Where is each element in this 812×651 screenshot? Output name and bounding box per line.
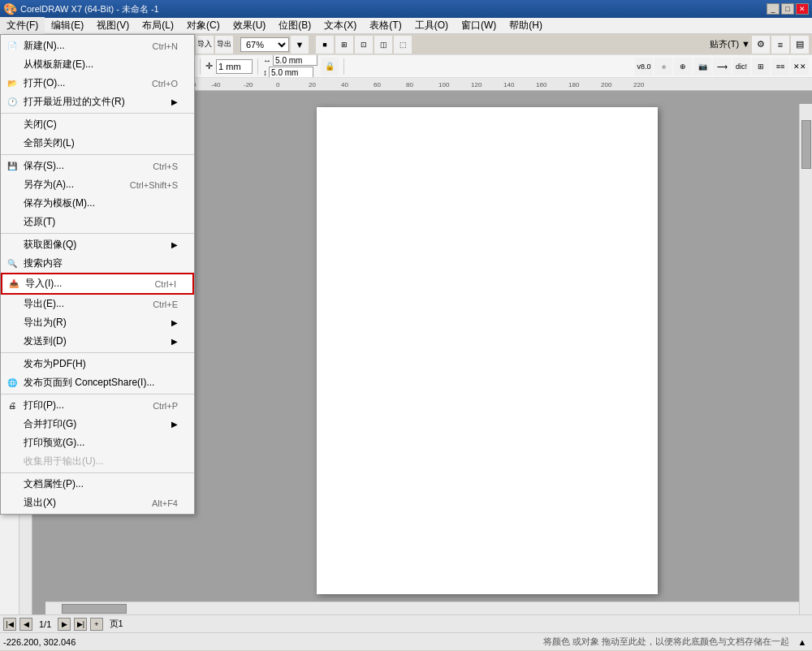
rm-15: 100 [438,81,449,88]
menu-export[interactable]: 导出(E)... Ctrl+E [1,295,194,313]
menu-new[interactable]: 📄 新建(N)... Ctrl+N [1,37,194,55]
size1-input[interactable] [273,55,317,66]
first-page-btn[interactable]: |◀ [3,618,16,631]
menu-new-from-template[interactable]: 从模板新建(E)... [1,55,194,74]
rp-btn2[interactable]: ⟐ [654,58,672,75]
prev-page-btn[interactable]: ◀ [19,618,32,631]
scrollbar-v-thumb[interactable] [801,120,811,169]
rp-btn4[interactable]: 📷 [693,58,711,75]
menu-close[interactable]: 关闭(C) [1,115,194,134]
menu-layout[interactable]: 布局(L) [136,17,180,34]
menu-save-template[interactable]: 保存为模板(M)... [1,194,194,213]
zoom-dropdown[interactable]: ▼ [291,36,309,54]
rp-btn1[interactable]: v8.0 [635,58,653,75]
size-fields: ↔ ↕ [263,55,317,78]
minimize-button[interactable]: _ [767,3,780,15]
open-shortcut: Ctrl+O [127,79,178,88]
options-btn2[interactable]: ≡ [771,36,789,54]
menu-window[interactable]: 窗口(W) [455,17,503,34]
view-btn5[interactable]: ⬚ [394,36,412,54]
scrollbar-vertical[interactable] [799,104,812,614]
view-btn2[interactable]: ⊞ [335,36,353,54]
menu-effects[interactable]: 效果(U) [227,17,273,34]
options-btn3[interactable]: ▤ [791,36,809,54]
scrollbar-h-thumb[interactable] [62,604,127,614]
page-navigation: |◀ ◀ 1/1 ▶ ▶| + 页1 [0,614,812,632]
last-page-btn[interactable]: ▶| [74,618,87,631]
title-bar: 🎨 CorelDRAW X7 (64-Bit) - 未命名 -1 _ □ ✕ [0,0,812,18]
publish-pdf-label: 发布为PDF(H) [24,357,86,371]
cs-icon: 🌐 [6,377,19,390]
view-btn3[interactable]: ⊡ [355,36,373,54]
menu-edit[interactable]: 编辑(E) [45,17,90,34]
menu-open[interactable]: 📂 打开(O)... Ctrl+O [1,74,194,93]
export-label: 导出(E)... [24,297,64,311]
menu-send-to[interactable]: 发送到(D) ▶ [1,332,194,351]
menu-publish-pdf[interactable]: 发布为PDF(H) [1,355,194,373]
scrollbar-horizontal[interactable] [45,601,812,614]
menu-merge-print[interactable]: 合并打印(G) ▶ [1,415,194,433]
menu-export-as[interactable]: 导出为(R) ▶ [1,313,194,332]
size2-input[interactable] [269,67,313,78]
exit-shortcut: Alt+F4 [127,498,178,508]
add-page-btn[interactable]: + [90,618,102,631]
new-icon: 📄 [6,40,19,53]
menu-doc-props[interactable]: 文档属性(P)... [1,475,194,494]
menu-recent[interactable]: 🕐 打开最近用过的文件(R) ▶ [1,93,194,111]
menu-text[interactable]: 文本(X) [317,17,363,34]
rp-btn9[interactable]: ✕✕ [791,58,809,75]
print-shortcut: Ctrl+P [128,401,178,411]
menu-tools[interactable]: 工具(O) [408,17,455,34]
snap-icon: ✛ [205,61,213,71]
title-controls[interactable]: _ □ ✕ [767,3,809,15]
export-as-label: 导出为(R) [24,316,67,330]
next-page-btn[interactable]: ▶ [58,618,71,631]
import-button[interactable]: 导入 [196,36,214,54]
divider-4 [1,352,194,353]
menu-bitmap[interactable]: 位图(B) [272,17,317,34]
menu-object[interactable]: 对象(C) [180,17,227,34]
menu-view[interactable]: 视图(V) [90,17,136,34]
snap-input[interactable] [216,59,253,74]
rp-btn3[interactable]: ⊕ [674,58,692,75]
menu-acquire[interactable]: 获取图像(Q) ▶ [1,235,194,254]
rp-btn8[interactable]: ≡≡ [771,58,789,75]
full-screen-btn[interactable]: ■ [316,36,334,54]
maximize-button[interactable]: □ [781,3,794,15]
lock-btn[interactable]: 🔒 [321,58,339,75]
menu-revert[interactable]: 还原(T) [1,213,194,231]
rm-14: 80 [406,81,413,88]
view-btn4[interactable]: ◫ [374,36,392,54]
color-palette-indicator: ▲ [796,636,809,649]
export-shortcut: Ctrl+E [128,300,178,309]
rm-13: 60 [374,81,381,88]
divider-6 [1,472,194,473]
zoom-select[interactable]: 67% 100% 50% [240,37,289,52]
menu-concept-share[interactable]: 🌐 发布页面到 ConceptShare(I)... [1,373,194,392]
title-label: CorelDRAW X7 (64-Bit) - 未命名 -1 [20,3,159,15]
size1-label: ↔ [263,56,271,65]
rp-btn5[interactable]: ⟶ [713,58,731,75]
menu-save-as[interactable]: 另存为(A)... Ctrl+Shift+S [1,175,194,194]
close-button[interactable]: ✕ [796,3,809,15]
menu-table[interactable]: 表格(T) [363,17,408,34]
expand-icon[interactable]: ▲ [798,637,807,647]
menu-import[interactable]: 📥 导入(I)... Ctrl+I [1,273,194,295]
export-button[interactable]: 导出 [215,36,233,54]
rm-10: 0 [276,81,279,88]
menu-close-all[interactable]: 全部关闭(L) [1,134,194,153]
print-label: 打印(P)... [24,399,64,412]
rp-btn6[interactable]: dic! [732,58,750,75]
menu-search[interactable]: 🔍 搜索内容 [1,254,194,273]
menu-collect-output: 收集用于输出(U)... [1,452,194,471]
menu-help[interactable]: 帮助(H) [503,17,549,34]
menu-print[interactable]: 🖨 打印(P)... Ctrl+P [1,396,194,415]
new-shortcut: Ctrl+N [128,41,178,51]
rp-btn7[interactable]: ⊞ [752,58,770,75]
menu-file[interactable]: 文件(F) [0,17,45,34]
page-label: 页1 [106,618,127,630]
menu-exit[interactable]: 退出(X) Alt+F4 [1,494,194,512]
options-btn[interactable]: ⚙ [752,36,770,54]
menu-print-preview[interactable]: 打印预览(G)... [1,433,194,452]
menu-save[interactable]: 💾 保存(S)... Ctrl+S [1,157,194,175]
